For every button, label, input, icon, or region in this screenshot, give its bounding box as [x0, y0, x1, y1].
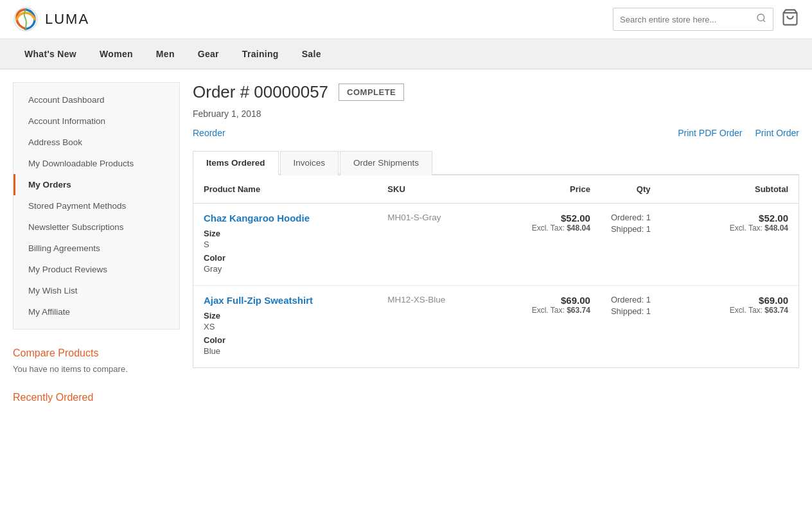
nav-item-training[interactable]: Training	[231, 39, 290, 69]
price-main-0: $52.00	[499, 213, 590, 224]
product-cell-1: Ajax Full-Zip Sweatshirt Size XS Color B…	[193, 286, 377, 368]
search-bar	[613, 8, 773, 31]
nav-item-gear[interactable]: Gear	[186, 39, 231, 69]
svg-point-1	[757, 14, 764, 21]
sidebar-item-account-information[interactable]: Account Information	[13, 110, 179, 132]
order-table: Product Name SKU Price Qty Subtotal Chaz…	[193, 175, 799, 367]
reorder-link[interactable]: Reorder	[193, 128, 225, 138]
color-label-0: Color	[204, 253, 367, 263]
compare-empty-text: You have no items to compare.	[13, 364, 180, 374]
order-header: Order # 00000057 COMPLETE	[193, 82, 799, 102]
order-table-wrap: Product Name SKU Price Qty Subtotal Chaz…	[193, 175, 799, 368]
print-links: Print PDF Order Print Order	[678, 128, 799, 138]
size-value-0: S	[204, 240, 367, 249]
sidebar-item-account-dashboard[interactable]: Account Dashboard	[13, 89, 179, 110]
logo-text: LUMA	[45, 11, 89, 28]
price-excl-0: Excl. Tax: $48.04	[499, 224, 590, 233]
search-button[interactable]	[750, 8, 773, 30]
order-date: February 1, 2018	[193, 109, 799, 119]
sidebar-item-address-book[interactable]: Address Book	[13, 132, 179, 153]
sidebar-item-my-orders[interactable]: My Orders	[13, 174, 179, 195]
compare-label: Compare	[13, 347, 55, 358]
logo-area: LUMA	[13, 6, 89, 32]
subtotal-main-0: $52.00	[696, 213, 788, 224]
compare-products-section: Compare Products You have no items to co…	[13, 347, 180, 374]
nav-item-women[interactable]: Women	[88, 39, 145, 69]
qty-cell-0: Ordered: 1 Shipped: 1	[601, 204, 686, 286]
order-title: Order # 00000057	[193, 82, 328, 102]
sidebar-item-downloadable-products[interactable]: My Downloadable Products	[13, 153, 179, 174]
order-status-badge: COMPLETE	[339, 84, 404, 101]
compare-products-title: Compare Products	[13, 347, 180, 359]
sidebar-item-newsletter[interactable]: Newsletter Subscriptions	[13, 216, 179, 238]
search-input[interactable]	[613, 10, 750, 29]
sidebar-item-affiliate[interactable]: My Affiliate	[13, 301, 179, 322]
color-value-0: Gray	[204, 264, 367, 274]
qty-ordered-1: Ordered: 1	[611, 295, 676, 304]
nav-item-whats-new[interactable]: What's New	[13, 39, 88, 69]
product-name-link-1[interactable]: Ajax Full-Zip Sweatshirt	[204, 295, 367, 306]
sidebar: Account Dashboard Account Information Ad…	[13, 82, 180, 403]
col-header-qty: Qty	[601, 175, 686, 204]
qty-shipped-1: Shipped: 1	[611, 306, 676, 316]
nav-item-men[interactable]: Men	[145, 39, 186, 69]
subtotal-cell-0: $52.00 Excl. Tax: $48.04	[686, 204, 799, 286]
size-value-1: XS	[204, 322, 367, 331]
product-cell-0: Chaz Kangaroo Hoodie Size S Color Gray	[193, 204, 377, 286]
color-label-1: Color	[204, 335, 367, 345]
shopping-cart-icon	[781, 8, 799, 26]
tab-items-ordered[interactable]: Items Ordered	[193, 151, 279, 175]
size-label-1: Size	[204, 311, 367, 321]
subtotal-cell-1: $69.00 Excl. Tax: $63.74	[686, 286, 799, 368]
subtotal-excl-0: Excl. Tax: $48.04	[696, 224, 788, 233]
tab-invoices[interactable]: Invoices	[280, 151, 339, 175]
nav-item-sale[interactable]: Sale	[290, 39, 333, 69]
price-excl-1: Excl. Tax: $63.74	[499, 306, 590, 315]
logo-icon	[13, 6, 39, 32]
col-header-subtotal: Subtotal	[686, 175, 799, 204]
print-pdf-link[interactable]: Print PDF Order	[678, 128, 742, 138]
color-value-1: Blue	[204, 346, 367, 356]
header-right	[613, 8, 799, 31]
search-icon	[756, 13, 766, 23]
col-header-price: Price	[488, 175, 601, 204]
price-cell-0: $52.00 Excl. Tax: $48.04	[488, 204, 601, 286]
price-main-1: $69.00	[499, 295, 590, 306]
sidebar-nav: Account Dashboard Account Information Ad…	[13, 82, 180, 330]
main-nav: What's New Women Men Gear Training Sale	[0, 39, 812, 69]
order-actions: Reorder Print PDF Order Print Order	[193, 128, 799, 138]
qty-ordered-0: Ordered: 1	[611, 213, 676, 222]
qty-cell-1: Ordered: 1 Shipped: 1	[601, 286, 686, 368]
site-header: LUMA	[0, 0, 812, 39]
col-header-sku: SKU	[377, 175, 488, 204]
print-order-link[interactable]: Print Order	[755, 128, 799, 138]
sku-cell-0: MH01-S-Gray	[377, 204, 488, 286]
page-content: Account Dashboard Account Information Ad…	[0, 69, 812, 416]
subtotal-excl-1: Excl. Tax: $63.74	[696, 306, 788, 315]
col-header-product-name: Product Name	[193, 175, 377, 204]
price-cell-1: $69.00 Excl. Tax: $63.74	[488, 286, 601, 368]
recently-ordered-title: Recently Ordered	[13, 392, 180, 403]
table-row: Ajax Full-Zip Sweatshirt Size XS Color B…	[193, 286, 799, 368]
subtotal-main-1: $69.00	[696, 295, 788, 306]
order-tabs: Items Ordered Invoices Order Shipments	[193, 150, 799, 175]
tab-order-shipments[interactable]: Order Shipments	[340, 151, 432, 175]
product-name-link-0[interactable]: Chaz Kangaroo Hoodie	[204, 213, 367, 224]
qty-shipped-0: Shipped: 1	[611, 224, 676, 234]
sidebar-item-billing-agreements[interactable]: Billing Agreements	[13, 238, 179, 259]
sidebar-item-product-reviews[interactable]: My Product Reviews	[13, 259, 179, 280]
products-label: Products	[58, 347, 98, 358]
table-row: Chaz Kangaroo Hoodie Size S Color Gray M…	[193, 204, 799, 286]
sku-cell-1: MH12-XS-Blue	[377, 286, 488, 368]
svg-line-2	[763, 20, 765, 22]
cart-icon[interactable]	[781, 8, 799, 30]
main-content: Order # 00000057 COMPLETE February 1, 20…	[193, 82, 799, 403]
sidebar-item-wish-list[interactable]: My Wish List	[13, 280, 179, 301]
sidebar-item-stored-payment[interactable]: Stored Payment Methods	[13, 195, 179, 216]
size-label-0: Size	[204, 229, 367, 238]
